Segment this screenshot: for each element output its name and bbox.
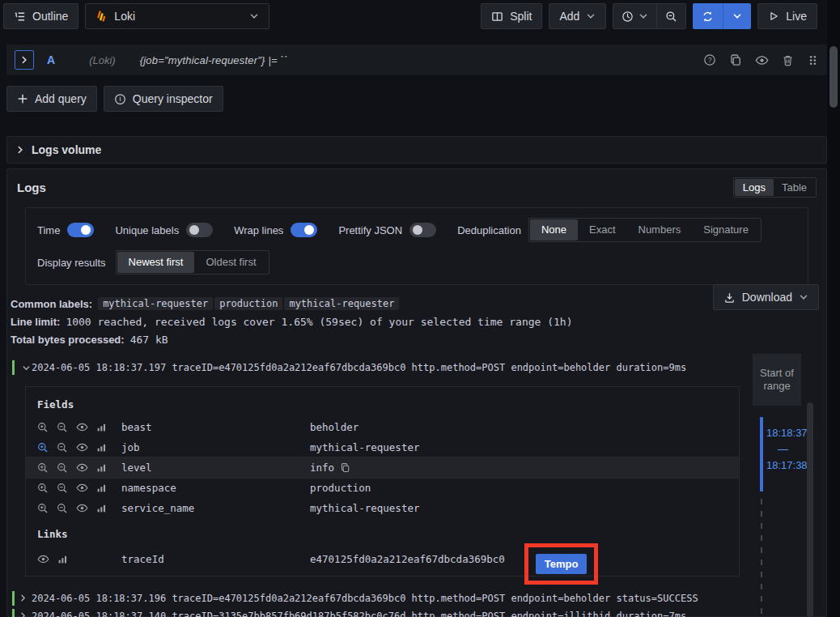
toggle-prettify-json-switch[interactable] — [409, 223, 436, 237]
eye-icon[interactable] — [37, 553, 49, 565]
link-value: e470125fd0a2a212eaf67dbcda369bc0 — [310, 553, 505, 565]
bar-chart-icon[interactable] — [96, 483, 107, 493]
log-level-indicator — [12, 360, 15, 375]
dedup-label: Deduplication — [457, 224, 521, 236]
bar-chart-icon[interactable] — [96, 462, 107, 473]
search-plus-icon[interactable] — [37, 422, 49, 433]
search-plus-icon[interactable] — [37, 462, 49, 474]
dedup-option-signature[interactable]: Signature — [692, 219, 760, 240]
download-label: Download — [742, 291, 792, 304]
split-icon — [491, 11, 503, 23]
copy-icon[interactable] — [729, 53, 742, 66]
bar-chart-icon[interactable] — [57, 554, 68, 564]
search-minus-icon[interactable] — [57, 462, 68, 474]
query-expression[interactable]: {job="mythical-requester"} |= `` — [140, 54, 288, 66]
search-minus-icon[interactable] — [57, 503, 68, 514]
field-name: beast — [121, 421, 310, 433]
refresh-button[interactable] — [693, 3, 723, 29]
field-name: namespace — [121, 482, 310, 494]
add-query-button[interactable]: Add query — [6, 86, 97, 112]
logs-scrollbar-thumb[interactable] — [807, 402, 813, 617]
time-picker-group — [613, 3, 686, 29]
query-ref-id: A — [47, 53, 55, 66]
range-dashed-line — [761, 499, 762, 617]
dedup-option-exact[interactable]: Exact — [578, 219, 627, 240]
trash-icon[interactable] — [782, 54, 794, 66]
start-of-range-label: Start of range — [753, 354, 801, 406]
search-plus-icon[interactable] — [37, 503, 49, 514]
drag-handle-icon[interactable] — [807, 54, 819, 66]
log-row[interactable]: 2024-06-05 18:18:37.140 traceID=3135e7bb… — [12, 607, 826, 617]
search-minus-icon[interactable] — [57, 422, 68, 433]
field-row-job: job mythical-requester — [26, 437, 739, 457]
log-list: 2024-06-05 18:18:37.197 traceID=e470125f… — [12, 359, 826, 617]
order-option-newest[interactable]: Newest first — [117, 252, 195, 273]
tempo-link-button[interactable]: Tempo — [536, 554, 588, 574]
add-label: Add — [559, 10, 579, 23]
toggle-prettify-json-label: Prettify JSON — [338, 224, 402, 236]
chevron-right-icon[interactable] — [19, 594, 32, 602]
query-inspector-button[interactable]: i Query inspector — [104, 86, 223, 112]
view-option-table[interactable]: Table — [774, 179, 815, 196]
order-options: Newest first Oldest first — [116, 250, 269, 274]
common-labels-label: Common labels: — [11, 298, 92, 310]
download-button[interactable]: Download — [713, 284, 819, 310]
eye-icon[interactable] — [76, 441, 88, 453]
eye-icon[interactable] — [76, 421, 88, 433]
page-scrollbar-thumb[interactable] — [829, 46, 838, 108]
toggle-unique-labels-switch[interactable] — [186, 223, 213, 237]
query-editor-row: A (Loki) {job="mythical-requester"} |= `… — [6, 45, 827, 75]
toggle-wrap-lines-label: Wrap lines — [234, 224, 283, 236]
search-plus-icon[interactable] — [37, 483, 49, 494]
dedup-option-none[interactable]: None — [530, 219, 578, 240]
search-plus-icon[interactable] — [37, 442, 49, 453]
page-scrollbar[interactable] — [827, 0, 840, 617]
chevron-right-icon[interactable] — [19, 611, 32, 617]
outline-label: Outline — [32, 10, 68, 23]
toggle-prettify-json: Prettify JSON — [338, 223, 436, 237]
refresh-interval-button[interactable] — [723, 3, 751, 29]
field-row-level: level info — [26, 457, 739, 478]
copy-icon[interactable] — [340, 462, 350, 473]
bar-chart-icon[interactable] — [96, 422, 107, 432]
order-option-oldest[interactable]: Oldest first — [194, 252, 267, 273]
field-row-namespace: namespace production — [26, 478, 739, 498]
toggle-time-switch[interactable] — [67, 223, 94, 237]
dedup-option-numbers[interactable]: Numbers — [627, 219, 693, 240]
search-minus-icon[interactable] — [57, 442, 68, 453]
split-button[interactable]: Split — [481, 3, 542, 29]
log-level-indicator — [12, 591, 15, 606]
bar-chart-icon[interactable] — [96, 442, 107, 453]
add-button[interactable]: Add — [549, 3, 606, 29]
view-option-logs[interactable]: Logs — [735, 179, 774, 196]
log-row[interactable]: 2024-06-05 18:18:37.196 traceID=e470125f… — [12, 589, 826, 607]
bar-chart-icon[interactable] — [96, 503, 107, 513]
chevron-down-icon — [799, 292, 808, 302]
line-limit-label: Line limit: — [11, 316, 60, 328]
zoom-out-time-button[interactable] — [657, 4, 685, 28]
time-picker-button[interactable] — [613, 4, 656, 28]
live-button[interactable]: Live — [757, 3, 817, 29]
time-range-values: 18:18:37 — 18:17:38 — [766, 427, 808, 471]
log-row-expanded[interactable]: 2024-06-05 18:18:37.197 traceID=e470125f… — [12, 359, 826, 377]
help-circle-icon[interactable]: ? — [703, 53, 716, 66]
total-bytes-value: 467 kB — [130, 334, 168, 346]
range-from-time: 18:18:37 — [766, 427, 808, 439]
logs-options-row1: Time Unique labels Wrap lines Prettify J… — [37, 218, 796, 242]
logs-volume-panel[interactable]: Logs volume — [6, 136, 827, 164]
play-icon — [768, 11, 779, 22]
datasource-picker[interactable]: Loki — [85, 3, 269, 29]
field-name: service_name — [121, 502, 310, 514]
outline-button[interactable]: Outline — [3, 3, 78, 29]
eye-icon[interactable] — [76, 462, 88, 474]
eye-icon[interactable] — [76, 502, 88, 514]
query-collapse-button[interactable] — [15, 50, 34, 70]
svg-text:?: ? — [708, 56, 712, 64]
toggle-wrap-lines-switch[interactable] — [291, 223, 317, 237]
eye-icon[interactable] — [76, 482, 88, 494]
eye-icon[interactable] — [755, 53, 769, 67]
search-minus-icon[interactable] — [57, 483, 68, 494]
chevron-down-icon[interactable] — [22, 364, 31, 377]
field-actions — [37, 482, 121, 494]
label-chip: mythical-requester — [284, 297, 399, 310]
